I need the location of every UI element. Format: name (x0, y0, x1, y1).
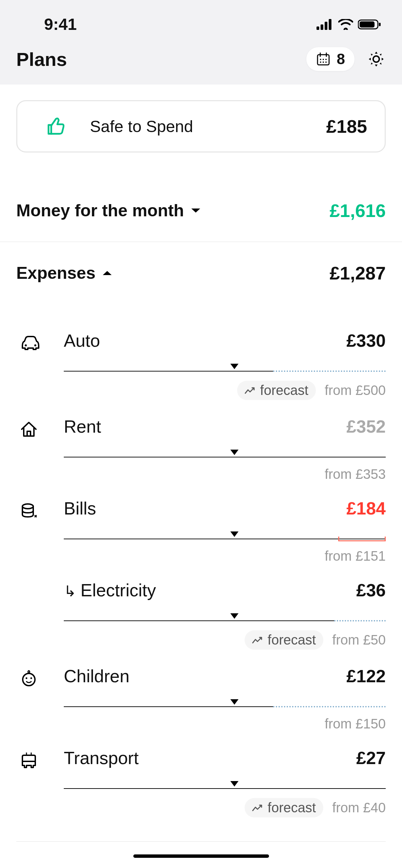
expense-row-rent[interactable]: Rent£352from £353 (16, 400, 386, 482)
expenses-section-header[interactable]: Expenses £1,287 (16, 263, 386, 284)
other-name: Savings (64, 866, 127, 868)
svg-rect-5 (360, 21, 375, 28)
expense-row-auto[interactable]: Auto£330forecastfrom £500 (16, 314, 386, 400)
calendar-icon (316, 52, 331, 67)
from-amount: from £150 (325, 716, 386, 731)
date-badge-value: 8 (337, 51, 345, 68)
money-section-header[interactable]: Money for the month £1,616 (16, 200, 386, 221)
svg-point-12 (325, 59, 327, 60)
thumbs-up-icon (44, 115, 66, 137)
date-picker-button[interactable]: 8 (306, 47, 355, 71)
svg-point-16 (373, 56, 379, 62)
expenses-section-title: Expenses (16, 263, 95, 283)
money-section-title: Money for the month (16, 201, 184, 220)
svg-point-11 (323, 59, 324, 60)
expense-amount: £352 (346, 416, 386, 437)
from-amount: from £151 (325, 548, 386, 564)
expense-amount: £36 (356, 580, 386, 600)
svg-rect-0 (317, 26, 319, 30)
svg-point-22 (31, 677, 32, 679)
svg-point-21 (26, 677, 27, 679)
svg-point-10 (320, 59, 321, 60)
expense-name: Rent (64, 416, 101, 437)
svg-point-20 (23, 673, 35, 686)
expense-name: Electricity (64, 580, 156, 600)
home-icon (16, 416, 64, 439)
budget-slider[interactable] (64, 453, 386, 458)
expense-row-electricity[interactable]: Electricity£36forecastfrom £50 (16, 564, 386, 650)
svg-point-18 (34, 344, 36, 346)
expenses-section-amount: £1,287 (330, 263, 386, 284)
expense-row-transport[interactable]: Transport£27forecastfrom £40 (16, 731, 386, 817)
forecast-chip: forecast (245, 630, 323, 650)
money-section-amount: £1,616 (330, 200, 386, 221)
top-bar: Plans 8 (0, 40, 402, 85)
child-icon (16, 666, 64, 688)
budget-slider[interactable] (64, 367, 386, 373)
from-amount: from £353 (325, 467, 386, 482)
expense-name: Transport (64, 748, 139, 768)
wifi-icon (338, 19, 353, 30)
safe-to-spend-label: Safe to Spend (90, 117, 193, 136)
forecast-chip: forecast (245, 798, 323, 817)
content-area: Safe to Spend £185 Money for the month £… (0, 85, 402, 868)
top-actions: 8 (306, 47, 386, 71)
expense-name: Children (64, 666, 130, 686)
from-amount: from £40 (332, 800, 386, 815)
budget-slider[interactable] (64, 784, 386, 790)
expense-amount: £122 (346, 666, 386, 686)
budget-slider[interactable] (64, 535, 386, 540)
expense-name: Auto (64, 330, 100, 351)
expense-list: Auto£330forecastfrom £500Rent£352from £3… (16, 314, 386, 817)
svg-point-14 (323, 61, 324, 63)
expense-row-children[interactable]: Children£122from £150 (16, 650, 386, 731)
svg-rect-1 (321, 24, 323, 30)
safe-to-spend-amount: £185 (326, 116, 367, 137)
signal-icon (317, 19, 333, 30)
svg-rect-2 (325, 22, 327, 30)
home-indicator (133, 854, 269, 858)
bus-icon (16, 748, 64, 770)
status-bar: 9:41 (0, 0, 402, 40)
from-amount: from £500 (325, 383, 386, 398)
divider (0, 241, 402, 242)
svg-point-19 (22, 504, 33, 509)
page-title: Plans (16, 48, 67, 70)
status-icons (317, 19, 382, 30)
expense-row-bills[interactable]: Bills£184from £151 (16, 482, 386, 564)
expense-name: Bills (64, 498, 96, 519)
gear-icon[interactable] (367, 50, 386, 69)
from-amount: from £50 (332, 632, 386, 648)
svg-rect-6 (379, 23, 381, 26)
coins-icon (16, 498, 64, 521)
budget-slider[interactable] (64, 617, 386, 622)
svg-point-15 (325, 61, 327, 63)
budget-slider[interactable] (64, 703, 386, 708)
forecast-chip: forecast (237, 381, 316, 400)
savings-icon (16, 866, 64, 868)
status-time: 9:41 (44, 15, 77, 34)
other-amount: £50 (356, 866, 386, 868)
car-icon (16, 330, 64, 354)
svg-rect-3 (329, 19, 331, 30)
chevron-up-icon (102, 270, 112, 276)
safe-to-spend-card[interactable]: Safe to Spend £185 (16, 100, 386, 152)
expense-amount: £184 (346, 498, 386, 519)
svg-point-17 (25, 344, 27, 346)
expense-amount: £330 (346, 330, 386, 351)
chevron-down-icon (191, 207, 201, 214)
expense-amount: £27 (356, 748, 386, 768)
svg-point-13 (320, 61, 321, 63)
battery-icon (358, 19, 382, 30)
